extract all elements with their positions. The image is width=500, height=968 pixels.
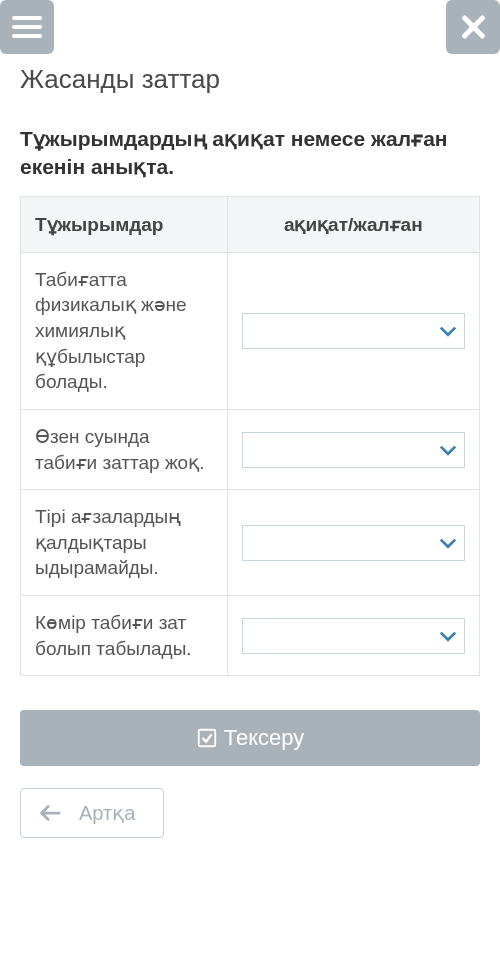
- menu-button[interactable]: [0, 0, 54, 54]
- back-button-label: Артқа: [79, 801, 135, 825]
- top-bar: [0, 0, 500, 56]
- table-row: Тірі ағзалардың қалдықтары ыдырамайды.: [21, 490, 480, 596]
- close-icon: [460, 14, 486, 40]
- hamburger-icon: [12, 16, 42, 38]
- statement-cell: Тірі ағзалардың қалдықтары ыдырамайды.: [21, 490, 228, 596]
- arrow-left-icon: [39, 804, 61, 822]
- statement-cell: Көмір табиғи зат болып табылады.: [21, 596, 228, 676]
- table-row: Көмір табиғи зат болып табылады.: [21, 596, 480, 676]
- answer-cell: [227, 252, 479, 409]
- col-header-truefalse: ақиқат/жалған: [227, 196, 479, 252]
- answer-cell: [227, 596, 479, 676]
- instruction-text: Тұжырымдардың ақиқат немесе жалған екені…: [0, 115, 500, 196]
- answer-cell: [227, 490, 479, 596]
- table-row: Өзен суында табиғи заттар жоқ.: [21, 409, 480, 489]
- quiz-table: Тұжырымдар ақиқат/жалған Табиғатта физик…: [20, 196, 480, 677]
- back-button[interactable]: Артқа: [20, 788, 164, 838]
- check-button[interactable]: Тексеру: [20, 710, 480, 766]
- statement-cell: Табиғатта физикалық және химиялық құбылы…: [21, 252, 228, 409]
- check-button-label: Тексеру: [224, 725, 305, 751]
- check-square-icon: [196, 727, 218, 749]
- statement-cell: Өзен суында табиғи заттар жоқ.: [21, 409, 228, 489]
- close-button[interactable]: [446, 0, 500, 54]
- answer-select-4[interactable]: [242, 618, 465, 654]
- table-row: Табиғатта физикалық және химиялық құбылы…: [21, 252, 480, 409]
- page-title: Жасанды заттар: [0, 56, 500, 115]
- answer-select-1[interactable]: [242, 313, 465, 349]
- answer-select-3[interactable]: [242, 525, 465, 561]
- svg-rect-0: [198, 730, 215, 747]
- answer-cell: [227, 409, 479, 489]
- answer-select-2[interactable]: [242, 432, 465, 468]
- col-header-statements: Тұжырымдар: [21, 196, 228, 252]
